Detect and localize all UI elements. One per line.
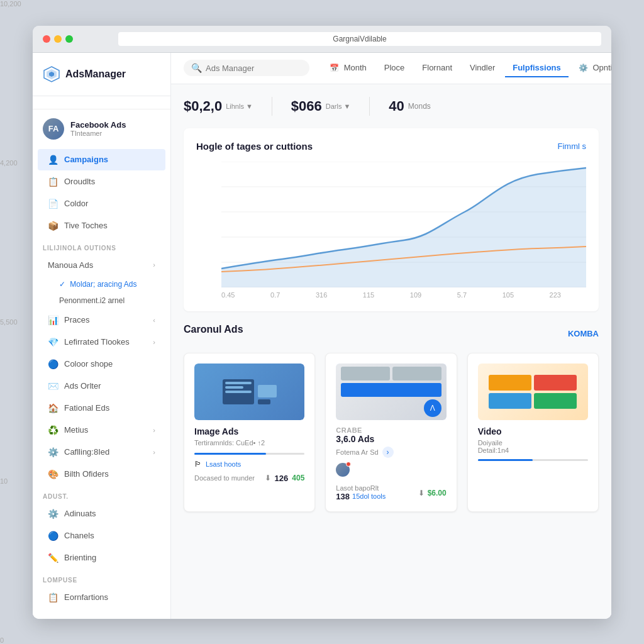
tab-florant[interactable]: Flornant <box>414 59 460 77</box>
card2-preview-inner: Λ <box>341 367 441 417</box>
section-label-2: ADUST. <box>33 486 170 502</box>
video-block-4 <box>534 393 577 409</box>
dot-red[interactable] <box>43 35 50 43</box>
header-search[interactable]: 🔍 <box>184 60 309 76</box>
card-crabe: Λ CRABE 3,6.0 Ads Fotema Ar Sd › <box>325 353 457 512</box>
tab-fulpfissions[interactable]: Fulpfissions <box>505 59 569 77</box>
preview-side-block-2 <box>258 399 270 404</box>
dot-green[interactable] <box>65 35 73 43</box>
preview-screen-1 <box>223 379 254 404</box>
card-crabe-subtitle: 3,6.0 Ads <box>336 434 446 444</box>
card-image-ads-progress-bar <box>194 453 266 455</box>
sidebar-item-lefirrated[interactable]: 💎 Lefirrated Tlookes › <box>38 331 165 353</box>
card-crabe-avatar-container <box>336 463 350 479</box>
sidebar-item-fational-eds[interactable]: 🏠 Fational Eds <box>38 397 165 419</box>
video-block-2 <box>534 375 577 391</box>
content-body: $0,2,0 Lihnls ▼ $066 Darls ▼ <box>171 84 611 619</box>
browser-chrome: GargnaiVdilable <box>33 26 611 53</box>
tab-month[interactable]: 📅 Month <box>322 59 374 77</box>
card2-block-1 <box>341 367 390 380</box>
adinuats-icon: ⚙️ <box>48 509 58 519</box>
card-crabe-count: 138 <box>336 492 350 501</box>
chanels-icon: 🔵 <box>48 531 58 541</box>
sub-item-moldar[interactable]: ✓ Moldar; aracing Ads <box>33 276 170 292</box>
tab-vindler[interactable]: Vindler <box>462 59 502 77</box>
search-input[interactable] <box>206 64 311 73</box>
card-image-ads-count: 126 <box>275 474 289 483</box>
card-crabe-footer: Lasot bapoRlt 138 15dol tools ⬇ $6.00 <box>336 484 446 501</box>
praces-expand: ‹ <box>153 316 155 324</box>
sidebar-item-brienting[interactable]: ✏️ Brienting <box>38 547 165 569</box>
card-crabe-bottom-label: Fotema Ar Sd <box>336 448 378 456</box>
preview-side <box>258 385 277 404</box>
sidebar-item-manage-ads[interactable]: Manoua Ads › <box>38 255 165 275</box>
sidebar-item-ads-orlter[interactable]: ✉️ Ads Orlter <box>38 375 165 397</box>
metius-icon: ♻️ <box>48 425 58 435</box>
video-preview-grid <box>489 375 577 409</box>
sidebar-item-metius[interactable]: ♻️ Metius › <box>38 419 165 441</box>
card2-avatar: Λ <box>424 399 441 417</box>
cards-row: Image Ads Tertiramnlds: CuEd• ↑2 🏳 Lsast… <box>184 353 599 512</box>
carousel-link[interactable]: KOMBA <box>568 329 599 338</box>
main-content: 🔍 📅 Month Ploce Flornant Vindler <box>171 53 611 619</box>
dropdown-chevron-2: ▼ <box>343 103 350 110</box>
stat-item-3: 40 Monds <box>389 98 431 114</box>
sidebar-item-oroudlts[interactable]: 📋 Oroudlts <box>38 171 165 192</box>
stat-value-1: $0,2,0 <box>184 98 222 114</box>
card-crabe-sub-metric: 15dol tools <box>352 492 386 500</box>
sidebar-item-praces[interactable]: 📊 Praces ‹ <box>38 309 165 331</box>
x-axis-labels: 0.45 0.7 316 115 109 5.7 105 223 <box>196 291 586 299</box>
sidebar-item-tive-toches[interactable]: 📦 Tive Toches <box>38 215 165 236</box>
stat-item-1: $0,2,0 Lihnls ▼ <box>184 98 253 114</box>
caflling-expand: › <box>153 448 155 456</box>
card-image-ads-bottom-label[interactable]: Lsast hoots <box>206 460 241 468</box>
card-image-ads-footer: Docased to munder ⬇ 126 405 <box>194 474 304 483</box>
tab-place[interactable]: Ploce <box>377 59 413 77</box>
carousel-section: Caronul Ads KOMBA <box>184 324 599 512</box>
card-video: Video Doiyaile Detail:1n4 <box>467 353 599 512</box>
sub-item-penonment[interactable]: Penonment.i2 arnel <box>33 292 170 309</box>
sidebar-item-adinuats[interactable]: ⚙️ Adinuats <box>38 503 165 525</box>
card-crabe-bottom-row: Fotema Ar Sd › <box>336 447 446 458</box>
user-info: Facebook Ads TInteamer <box>70 120 160 137</box>
user-role: TInteamer <box>70 130 160 137</box>
sidebar-item-eornfartions[interactable]: 📋 Eornfartions <box>38 587 165 608</box>
chart-title: Hogle of tages or cuttions <box>196 141 313 152</box>
image-preview-inner <box>194 364 304 420</box>
section-label-3: LOMPUSE <box>33 569 170 586</box>
card-crabe-avatar-row <box>336 463 446 479</box>
stat-dropdown-1[interactable]: Lihnls ▼ <box>226 103 253 110</box>
bilth-ofiders-icon: 🎨 <box>48 469 58 479</box>
sidebar-item-campaigns[interactable]: 👤 Campaigns <box>38 149 165 170</box>
search-icon: 🔍 <box>191 63 202 73</box>
month-tab-icon: 📅 <box>330 64 339 72</box>
sidebar-item-chanels[interactable]: 🔵 Chanels <box>38 525 165 547</box>
dropdown-chevron-1: ▼ <box>246 103 253 110</box>
sidebar-item-caflling[interactable]: ⚙️ Caflling:8Ied › <box>38 441 165 463</box>
logo-icon <box>43 65 60 83</box>
tive-toches-icon: 📦 <box>48 221 58 231</box>
card-crabe-arrow: › <box>382 447 394 458</box>
sidebar-item-coloor-shope[interactable]: 🔵 Coloor shope <box>38 353 165 375</box>
flag-icon-1: 🏳 <box>194 460 202 469</box>
stat-divider-2 <box>369 97 370 116</box>
tab-nav: 📅 Month Ploce Flornant Vindler Fulpfissi… <box>322 59 611 77</box>
chart-header: Hogle of tages or cuttions Fimml s <box>196 141 586 152</box>
card-crabe-count2: $6.00 <box>428 489 447 497</box>
stat-dropdown-2[interactable]: Darls ▼ <box>326 103 351 110</box>
stat-value-3: 40 <box>389 98 404 114</box>
ads-orlter-icon: ✉️ <box>48 381 58 391</box>
card-video-title: Video <box>478 426 588 436</box>
chart-link[interactable]: Fimml s <box>558 142 587 151</box>
preview-line-1 <box>225 382 252 384</box>
sidebar-item-coldor[interactable]: 📄 Coldor <box>38 193 165 214</box>
card2-image-inner: Λ <box>336 364 446 420</box>
tab-opntirats[interactable]: ⚙️ Opntirats <box>571 59 611 77</box>
card2-block-2 <box>392 367 441 380</box>
stat-label-3: Monds <box>408 102 431 111</box>
card-video-subtitle: Doiyaile Detail:1n4 <box>478 439 588 454</box>
stat-value-2: $066 <box>291 98 322 114</box>
dot-yellow[interactable] <box>54 35 62 43</box>
card-image-ads-count2: 405 <box>292 474 304 482</box>
sidebar-item-bilth-ofiders[interactable]: 🎨 Bilth Ofiders <box>38 464 165 485</box>
